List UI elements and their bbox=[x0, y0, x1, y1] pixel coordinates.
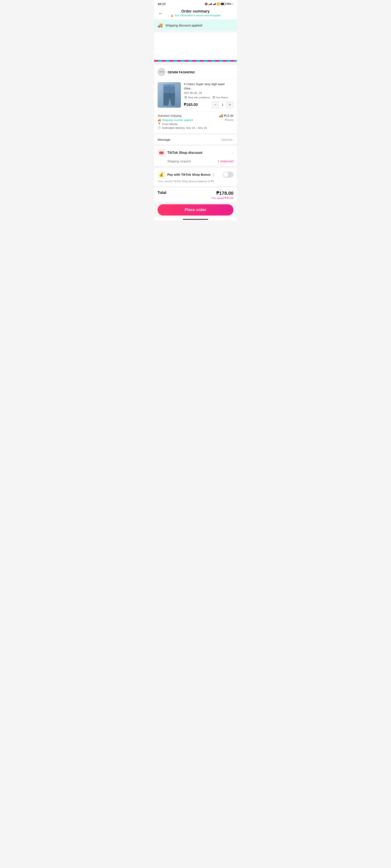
wifi-icon: 📶 bbox=[217, 3, 220, 5]
delivery-row: 🕐 Estimated delivery: Nov 15 – Nov 18 bbox=[157, 126, 234, 129]
svg-rect-5 bbox=[167, 85, 171, 86]
chevron-right-icon: › bbox=[232, 138, 234, 141]
svg-text:ONE ME: ONE ME bbox=[159, 71, 164, 72]
bonus-section: 💰 Pay with TikTok Shop Bonus ⓘ Your curr… bbox=[154, 166, 237, 186]
voucher-icon: 🚚 bbox=[157, 119, 161, 122]
battery-icon bbox=[221, 3, 225, 5]
truck-banner-icon: 🚚 bbox=[157, 23, 163, 28]
toggle-knob bbox=[223, 172, 229, 177]
confidence-text: Shop with confidence bbox=[188, 96, 210, 99]
muted-icon: 🔇 bbox=[205, 3, 208, 5]
coupons-redeemed: 1 redeemed bbox=[217, 160, 234, 163]
shipping-label: Standard shipping bbox=[157, 114, 181, 117]
header: ← Order summary 🔒 Your information is se… bbox=[154, 7, 237, 20]
lock-icon: 🔒 bbox=[171, 14, 174, 17]
voucher-label: 🚚 Shipping voucher applied bbox=[157, 119, 193, 122]
voucher-row: 🚚 Shipping voucher applied ₱58.00 bbox=[157, 119, 234, 122]
status-icons: 🔇 📶 72% ● bbox=[205, 3, 234, 5]
return-badge: 🛡️ Free Return bbox=[212, 96, 229, 99]
signal-bars bbox=[209, 3, 212, 5]
truck-icon: 🚚 bbox=[219, 114, 223, 118]
status-time: 10:17 bbox=[157, 2, 166, 6]
empty-space bbox=[154, 32, 237, 60]
product-image bbox=[157, 82, 181, 107]
coupons-label: Shipping coupons bbox=[167, 160, 191, 163]
product-section: 4 Colors Super sexy high waist chea... S… bbox=[154, 79, 237, 111]
from-row: 📍 From Manila bbox=[157, 123, 234, 126]
standard-shipping-row: Standard shipping 🚚 ₱13.00 bbox=[157, 114, 234, 118]
quantity-increase-button[interactable]: + bbox=[227, 101, 233, 108]
shipping-discount-text: Shipping discount applied! bbox=[166, 24, 203, 27]
from-text: From Manila bbox=[162, 123, 178, 126]
product-price: ₱165.00 bbox=[184, 102, 198, 107]
total-right: ₱178.00 You saved ₱45.00 bbox=[211, 190, 234, 199]
discount-title: TikTok Shop discount bbox=[167, 151, 203, 155]
product-info: 4 Colors Super sexy high waist chea... S… bbox=[184, 82, 234, 108]
message-optional: Optional › bbox=[221, 138, 234, 141]
quantity-decrease-button[interactable]: − bbox=[212, 101, 219, 108]
store-header: ONE ME DENIM FASHION2 bbox=[154, 65, 237, 79]
total-saved: You saved ₱45.00 bbox=[211, 196, 234, 199]
bonus-balance: Your current TikTok Shop Bonus balance i… bbox=[157, 180, 234, 183]
voucher-text: Shipping voucher applied bbox=[162, 119, 193, 122]
bonus-icon: 💰 bbox=[157, 171, 165, 179]
discount-icon: 🎟️ bbox=[157, 149, 165, 157]
quantity-control: − 1 + bbox=[212, 101, 234, 108]
delivery-text: Estimated delivery: Nov 15 – Nov 18 bbox=[162, 126, 207, 129]
product-row: 4 Colors Super sexy high waist chea... S… bbox=[157, 82, 234, 108]
place-order-button[interactable]: Place order bbox=[157, 204, 234, 216]
info-icon: ⓘ bbox=[212, 173, 215, 176]
shipping-price-value: ₱13.00 bbox=[224, 114, 234, 117]
secure-text: Your information is secure and encrypted bbox=[175, 14, 221, 17]
secure-badge: 🔒 Your information is secure and encrypt… bbox=[171, 14, 221, 17]
product-bottom: ₱165.00 − 1 + bbox=[184, 101, 234, 108]
store-logo: ONE ME bbox=[157, 68, 166, 76]
message-row[interactable]: Message Optional › bbox=[154, 133, 237, 144]
home-bar bbox=[183, 219, 208, 220]
discount-left: 🎟️ TikTok Shop discount bbox=[157, 149, 203, 157]
store-logo-svg: ONE ME bbox=[159, 69, 164, 75]
shipping-discount-banner: 🚚 Shipping discount applied! bbox=[154, 20, 237, 31]
battery-dot: ● bbox=[232, 3, 234, 5]
product-image-svg bbox=[162, 84, 177, 105]
bonus-title: Pay with TikTok Shop Bonus bbox=[167, 173, 211, 176]
coupons-row: Shipping coupons 1 redeemed bbox=[154, 160, 237, 166]
deco-separator bbox=[154, 60, 237, 62]
voucher-original-price: ₱58.00 bbox=[225, 119, 234, 122]
home-indicator bbox=[154, 217, 237, 221]
confidence-icon: 🛡️ bbox=[184, 96, 187, 99]
store-name: DENIM FASHION2 bbox=[168, 70, 195, 74]
bonus-title-container: Pay with TikTok Shop Bonus ⓘ bbox=[167, 173, 215, 177]
total-bar: Total ₱178.00 You saved ₱45.00 bbox=[154, 186, 237, 202]
page-title: Order summary bbox=[181, 9, 210, 13]
discount-chevron-icon: › bbox=[232, 151, 234, 155]
product-badges: 🛡️ Shop with confidence 🛡️ Free Return bbox=[184, 96, 234, 99]
battery-percent: 72% bbox=[226, 3, 231, 5]
return-text: Free Return bbox=[216, 96, 229, 99]
bonus-left: 💰 Pay with TikTok Shop Bonus ⓘ bbox=[157, 171, 215, 179]
location-icon: 📍 bbox=[157, 123, 161, 126]
signal-bars-2 bbox=[213, 3, 216, 5]
shipping-info: Standard shipping 🚚 ₱13.00 🚚 Shipping vo… bbox=[154, 111, 237, 133]
ticket-icon: 🎟️ bbox=[159, 150, 164, 155]
bonus-top: 💰 Pay with TikTok Shop Bonus ⓘ bbox=[157, 171, 234, 179]
message-label: Message bbox=[157, 138, 171, 141]
status-bar: 10:17 🔇 📶 72% ● bbox=[154, 0, 237, 7]
quantity-value: 1 bbox=[219, 101, 227, 108]
shipping-price: 🚚 ₱13.00 bbox=[219, 114, 234, 118]
confidence-badge: 🛡️ Shop with confidence bbox=[184, 96, 210, 99]
return-icon: 🛡️ bbox=[212, 96, 215, 99]
tiktok-discount-section[interactable]: 🎟️ TikTok Shop discount › bbox=[154, 144, 237, 160]
optional-text: Optional bbox=[221, 138, 232, 141]
product-variant: SKY BLUE, 29 bbox=[184, 91, 234, 94]
clock-icon: 🕐 bbox=[157, 126, 161, 129]
product-title: 4 Colors Super sexy high waist chea... bbox=[184, 82, 234, 91]
total-amount: ₱178.00 bbox=[211, 190, 234, 196]
total-label: Total bbox=[157, 190, 167, 195]
bonus-toggle[interactable] bbox=[223, 172, 234, 178]
back-button[interactable]: ← bbox=[157, 10, 164, 17]
money-icon: 💰 bbox=[159, 172, 164, 177]
